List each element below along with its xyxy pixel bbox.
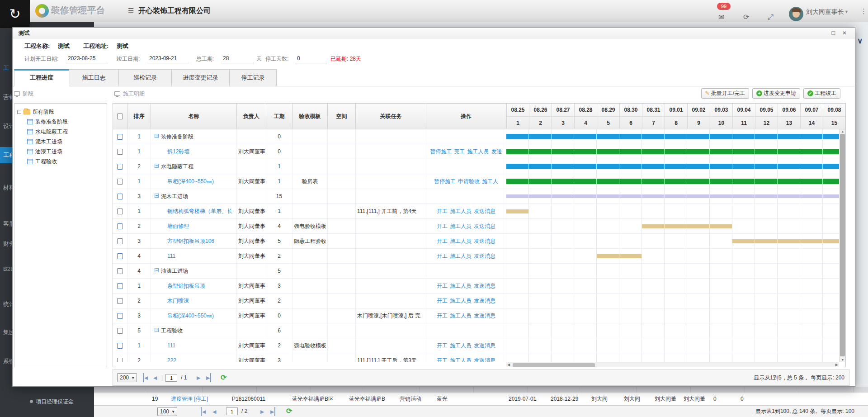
tab-1[interactable]: 工程进度 — [14, 69, 69, 86]
scroll-down-icon[interactable]: ▼ — [840, 358, 846, 361]
total-duration-input[interactable]: 28 — [221, 54, 254, 63]
op-link[interactable]: 发送消息 — [474, 279, 495, 294]
page-input[interactable] — [165, 374, 177, 382]
task-name-link[interactable]: 木门喷漆 — [167, 298, 189, 304]
op-link[interactable]: 暂停施工 — [434, 174, 456, 189]
op-link[interactable]: 施工人员 — [450, 308, 472, 323]
next-page-button[interactable]: ▶ — [260, 407, 264, 416]
op-link[interactable]: 发送消息 — [474, 294, 495, 308]
plan-start-input[interactable]: 2023-08-25 — [66, 54, 108, 63]
refresh-icon[interactable]: ⟳ — [743, 14, 749, 21]
scroll-up-icon[interactable]: ▲ — [840, 130, 846, 133]
first-page-button[interactable]: ◀ — [201, 407, 206, 416]
task-name-link[interactable]: 钢结构弧弯楼梯（单层、长 — [167, 208, 232, 214]
stop-days-input[interactable]: 0 — [295, 54, 327, 63]
row-checkbox[interactable] — [117, 343, 123, 349]
op-link[interactable]: 施工人员 — [450, 353, 472, 362]
op-link[interactable]: 申请验收 — [458, 174, 480, 189]
op-link[interactable]: 施工人员 — [450, 204, 472, 219]
maximize-icon[interactable]: □ — [831, 28, 835, 38]
op-link[interactable]: 施工人员 — [467, 144, 489, 159]
op-link[interactable]: 发送 — [491, 144, 502, 159]
next-page-button[interactable]: ▶ — [197, 373, 200, 382]
op-link[interactable]: 开工 — [437, 308, 448, 323]
row-checkbox[interactable] — [117, 164, 123, 170]
op-link[interactable]: 施工人员 — [450, 249, 472, 264]
task-name-link[interactable]: 方型铝扣板吊顶106 — [167, 238, 214, 244]
op-link[interactable]: 开工 — [437, 279, 448, 294]
op-link[interactable]: 发送消息 — [474, 219, 495, 234]
mail-icon[interactable]: ✉ — [718, 14, 724, 21]
op-link[interactable]: 开工 — [437, 234, 448, 249]
gantt-bar[interactable] — [506, 134, 845, 139]
progress-change-request-button[interactable]: +进度变更申请 — [752, 88, 800, 99]
row-checkbox[interactable] — [117, 149, 123, 155]
scroll-right-icon[interactable]: ▶ — [835, 362, 838, 367]
op-link[interactable]: 发送消息 — [474, 353, 495, 362]
gantt-bar[interactable] — [506, 194, 845, 198]
op-link[interactable]: 开工 — [437, 353, 448, 362]
row-checkbox[interactable] — [117, 313, 123, 319]
close-icon[interactable]: ✕ — [842, 28, 847, 38]
project-link[interactable]: 进度管理 [停工] — [171, 393, 208, 405]
tab-3[interactable]: 巡检记录 — [119, 69, 172, 86]
batch-start-finish-button[interactable]: ✎批量开工/完工 — [701, 88, 749, 99]
prev-page-button[interactable]: ◀ — [153, 373, 157, 382]
op-link[interactable]: 发送消息 — [474, 338, 495, 353]
tree-node[interactable]: 油漆工进场 — [17, 147, 104, 156]
page-size-select[interactable]: 200▾ — [117, 373, 137, 382]
tab-4[interactable]: 进度变更记录 — [172, 69, 230, 86]
collapse-icon[interactable] — [155, 268, 159, 272]
op-link[interactable]: 开工 — [437, 294, 448, 308]
tree-node[interactable]: 工程验收 — [17, 156, 104, 166]
row-checkbox[interactable] — [117, 223, 123, 229]
last-page-button[interactable]: ▶ — [270, 407, 275, 416]
tree-node[interactable]: 泥木工进场 — [17, 137, 104, 147]
op-link[interactable]: 发送消息 — [474, 249, 495, 264]
task-name-link[interactable]: 墙面修理 — [167, 223, 189, 229]
finish-date-input[interactable]: 2023-09-21 — [147, 54, 189, 63]
project-completion-button[interactable]: ✓工程竣工 — [803, 88, 840, 99]
more-menu-icon[interactable]: ⋮ — [860, 7, 867, 15]
op-link[interactable]: 暂停施工 — [430, 144, 452, 159]
op-link[interactable]: 施工人员 — [450, 219, 472, 234]
sidebar-item-project-manager-deposit[interactable]: 项目经理保证金 — [0, 396, 94, 407]
gantt-bar[interactable] — [732, 239, 845, 243]
reload-icon[interactable]: ⟳ — [221, 373, 226, 382]
gantt-bar[interactable] — [506, 209, 529, 213]
dialog-titlebar[interactable]: 测试 □ ✕ — [13, 28, 855, 38]
horizontal-scrollbar[interactable]: ◀ ▶ — [506, 362, 839, 367]
user-caret-icon[interactable]: ▼ — [844, 9, 849, 14]
menu-toggle-icon[interactable]: ☰ — [128, 7, 134, 15]
row-checkbox[interactable] — [117, 358, 123, 362]
tree-root[interactable]: 所有阶段 — [17, 107, 104, 117]
collapse-icon[interactable] — [155, 164, 159, 168]
task-name-link[interactable]: 吊柜(深400~550㎜) — [167, 178, 214, 185]
tree-node[interactable]: 装修准备阶段 — [17, 117, 104, 127]
op-link[interactable]: 发送消息 — [474, 308, 495, 323]
op-link[interactable]: 开工 — [437, 219, 448, 234]
collapse-chevron-icon[interactable]: ∨ — [857, 36, 863, 46]
task-name-link[interactable]: 拆12砖墙 — [167, 148, 189, 155]
op-link[interactable]: 施工人员 — [450, 338, 472, 353]
row-checkbox[interactable] — [117, 194, 123, 199]
gantt-bar[interactable] — [506, 164, 845, 169]
task-name-link[interactable]: 条型铝扣板吊顶 — [167, 283, 205, 289]
task-name-link[interactable]: 吊柜(深400~550㎜) — [167, 313, 214, 319]
row-checkbox[interactable] — [117, 268, 123, 274]
row-checkbox[interactable] — [117, 328, 123, 334]
scrollbar-thumb[interactable] — [513, 363, 595, 367]
vertical-scrollbar[interactable]: ▲ ▼ — [839, 129, 845, 362]
scrollbar-thumb[interactable] — [840, 134, 845, 356]
tab-2[interactable]: 施工日志 — [69, 69, 119, 86]
row-checkbox[interactable] — [117, 134, 123, 140]
op-link[interactable]: 开工 — [437, 249, 448, 264]
gantt-bar[interactable] — [642, 224, 732, 228]
row-checkbox[interactable] — [117, 283, 123, 289]
op-link[interactable]: 施工人员 — [450, 279, 472, 294]
op-link[interactable]: 开工 — [437, 338, 448, 353]
op-link[interactable]: 施工人员 — [450, 234, 472, 249]
page-size-select[interactable]: 100▾ — [157, 407, 177, 416]
task-name-link[interactable]: 222 — [167, 357, 176, 362]
row-checkbox[interactable] — [117, 179, 123, 185]
